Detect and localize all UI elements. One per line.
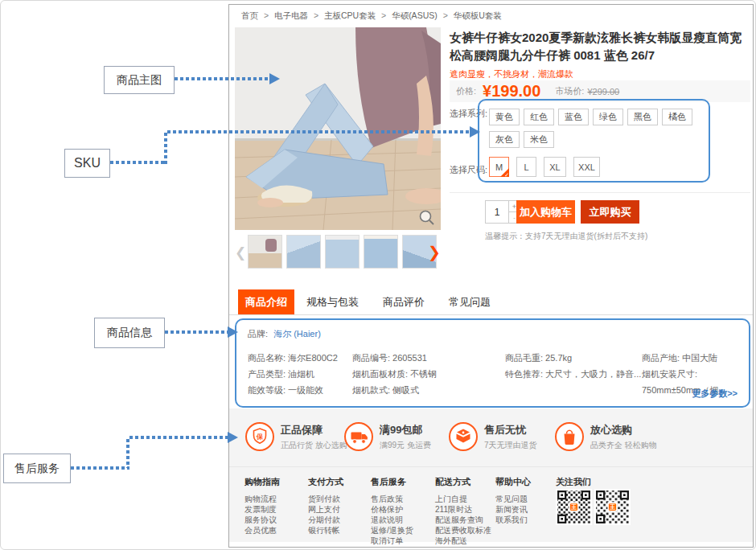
breadcrumb-category[interactable]: 电子电器 — [274, 10, 308, 20]
breadcrumb-brand[interactable]: 华硕(ASUS) — [392, 10, 438, 20]
footer-link[interactable]: 上门自提 — [435, 494, 491, 504]
footer-col-title: 关注我们 — [556, 476, 591, 488]
brand-link[interactable]: 海尔 (Haier) — [273, 329, 321, 339]
footer-link[interactable]: 售后政策 — [371, 494, 413, 504]
quantity-input[interactable] — [485, 200, 509, 224]
footer-col-title: 配送方式 — [435, 476, 491, 488]
footer-link[interactable]: 常见问题 — [495, 494, 531, 504]
color-option-orange[interactable]: 橘色 — [662, 109, 692, 125]
footer-link[interactable]: 取消订单 — [371, 536, 413, 546]
breadcrumb-current[interactable]: 华硕板U套装 — [454, 10, 502, 20]
footer-link[interactable]: 价格保护 — [371, 504, 413, 515]
size-option-xl[interactable]: XL — [544, 157, 566, 177]
footer-link[interactable]: 发票制度 — [244, 504, 280, 515]
price-label: 价格: — [456, 85, 476, 97]
qr-code-icon: 王 — [594, 489, 631, 525]
annotation-arrow-line — [71, 466, 129, 470]
quantity-stepper: + - — [485, 200, 520, 224]
service-after-sales: 售后无忧 7天无理由退货 — [448, 421, 537, 452]
service-title: 售后无忧 — [484, 423, 537, 437]
product-main-image[interactable] — [235, 27, 441, 230]
thumbnail-4[interactable] — [364, 235, 398, 269]
footer-col-after-sales: 售后服务 售后政策 价格保护 退款说明 返修/退换货 取消订单 — [371, 476, 413, 546]
color-option-black[interactable]: 黑色 — [627, 109, 658, 125]
color-option-green[interactable]: 绿色 — [593, 109, 623, 125]
thumbnail-3[interactable] — [325, 235, 360, 269]
footer-col-delivery: 配送方式 上门自提 211限时达 配送服务查询 配送费收取标准 海外配送 — [435, 476, 491, 546]
footer-col-title: 支付方式 — [308, 476, 343, 488]
color-option-red[interactable]: 红色 — [524, 109, 554, 125]
services-footer-zone: 保 正品保障 正品行货 放心选购 满99包邮 满99元 免运费 — [229, 408, 753, 542]
tab-specs-packaging[interactable]: 规格与包装 — [294, 289, 371, 314]
service-desc: 品类齐全 轻松购物 — [590, 440, 657, 451]
footer-link[interactable]: 分期付款 — [308, 515, 343, 525]
arrowhead-icon — [228, 326, 238, 338]
brand-row: 品牌: 海尔 (Haier) — [248, 328, 321, 340]
arrowhead-icon — [228, 432, 238, 443]
thumbnails-prev-icon[interactable]: ❮ — [235, 244, 246, 261]
info-column-3: 商品毛重: 25.7kg 特色推荐: 大尺寸，大吸力，静音... — [505, 350, 641, 382]
arrowhead-icon — [269, 73, 280, 84]
thumbnail-1[interactable] — [248, 235, 282, 269]
tab-reviews[interactable]: 商品评价 — [371, 289, 437, 314]
annotation-arrow-line — [167, 130, 470, 133]
breadcrumb-separator: > — [314, 10, 318, 20]
breadcrumb-subcategory[interactable]: 主板CPU套装 — [324, 10, 376, 20]
size-option-m-label: M — [495, 162, 503, 172]
footer-link[interactable]: 联系我们 — [495, 515, 531, 525]
footer-link[interactable]: 新闻资讯 — [495, 504, 531, 515]
tab-product-intro[interactable]: 商品介绍 — [238, 289, 294, 314]
footer-link[interactable]: 网上支付 — [308, 504, 343, 515]
breadcrumb-home[interactable]: 首页 — [241, 10, 258, 20]
footer-link[interactable]: 银行转帐 — [308, 525, 343, 536]
color-option-blue[interactable]: 蓝色 — [558, 109, 589, 125]
annotation-arrow-line — [164, 133, 167, 164]
color-option-yellow[interactable]: 黄色 — [489, 109, 520, 125]
info-item: 商品名称: 海尔E800C2 — [248, 350, 338, 366]
footer-link[interactable]: 退款说明 — [371, 515, 413, 525]
footer-link[interactable]: 返修/退换货 — [371, 525, 413, 536]
detail-tabbar: 商品介绍 规格与包装 商品评价 常见问题 — [229, 289, 753, 315]
section-divider — [450, 192, 750, 193]
color-option-beige[interactable]: 米色 — [524, 131, 554, 148]
footer-link[interactable]: 211限时达 — [435, 504, 491, 515]
footer-link[interactable]: 海外配送 — [435, 536, 491, 546]
footer-link[interactable]: 配送服务查询 — [435, 515, 491, 525]
market-price-label: 市场价: — [555, 85, 584, 97]
annotation-arrow-line — [110, 161, 167, 164]
market-price-value: ¥299.00 — [587, 87, 619, 96]
service-authentic: 保 正品保障 正品行货 放心选购 — [244, 421, 347, 452]
footer-link[interactable]: 会员优惠 — [244, 525, 280, 536]
footer-link[interactable]: 服务协议 — [244, 515, 280, 525]
annotation-main-image-label: 商品主图 — [117, 73, 162, 88]
more-params-link[interactable]: 更多参数>> — [692, 388, 738, 400]
service-desc: 正品行货 放心选购 — [281, 440, 347, 451]
thumbnails-next-icon[interactable]: ❯ — [428, 243, 441, 261]
size-option-m[interactable]: M — [489, 157, 509, 177]
buy-now-button[interactable]: 立即购买 — [581, 200, 639, 224]
bag-icon — [554, 421, 585, 452]
arrowhead-icon — [470, 126, 480, 138]
footer-link[interactable]: 配送费收取标准 — [435, 525, 491, 536]
info-item: 商品编号: 2605531 — [352, 350, 437, 366]
service-free-shipping: 满99包邮 满99元 免运费 — [343, 421, 431, 452]
add-to-cart-button[interactable]: 加入购物车 — [516, 200, 575, 224]
magnifier-icon[interactable] — [418, 209, 436, 227]
service-title: 放心选购 — [590, 423, 657, 437]
size-option-xxl[interactable]: XXL — [573, 157, 600, 177]
thumbnail-2[interactable] — [286, 235, 321, 269]
tab-faq[interactable]: 常见问题 — [437, 289, 503, 314]
info-item: 特色推荐: 大尺寸，大吸力，静音... — [505, 366, 641, 382]
sku-options-box: 黄色 红色 蓝色 绿色 黑色 橘色 灰色 米色 M L XL XXL — [478, 99, 710, 183]
footer-col-title: 帮助中心 — [495, 476, 531, 488]
service-easy-shopping: 放心选购 品类齐全 轻松购物 — [554, 421, 657, 452]
footer-link[interactable]: 购物流程 — [244, 494, 280, 504]
size-option-l[interactable]: L — [516, 157, 536, 177]
info-column-1: 商品名称: 海尔E800C2 产品类型: 油烟机 能效等级: 一级能效 — [248, 350, 338, 398]
footer-link[interactable]: 货到付款 — [308, 494, 343, 504]
color-option-gray[interactable]: 灰色 — [489, 131, 520, 148]
info-item: 商品毛重: 25.7kg — [505, 350, 641, 366]
shield-icon: 保 — [244, 421, 275, 452]
annotation-after-sales: 售后服务 — [3, 454, 71, 483]
footer-col-shopping-guide: 购物指南 购物流程 发票制度 服务协议 会员优惠 — [244, 476, 280, 536]
